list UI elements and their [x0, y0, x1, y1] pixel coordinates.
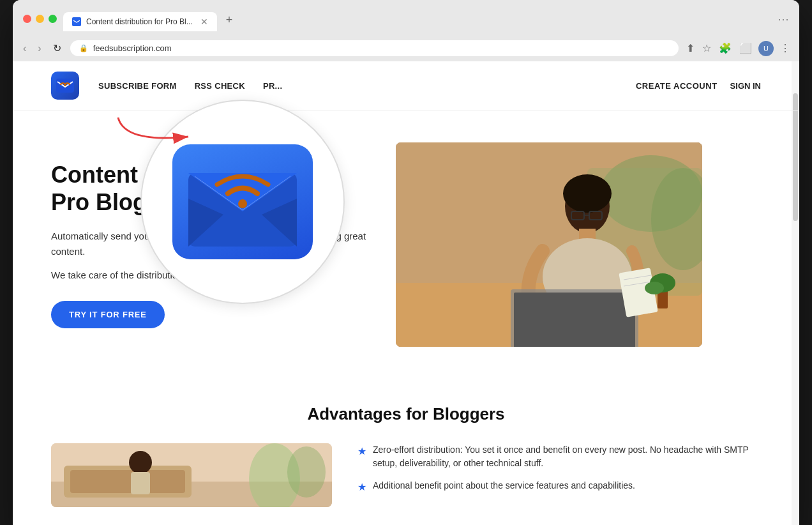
svg-point-25 — [238, 199, 247, 208]
address-bar[interactable]: 🔒 feedsubscription.com — [70, 40, 679, 56]
sidebar-button[interactable]: ⬜ — [738, 41, 753, 56]
advantage-item-1: ★ Zero-effort distribution: You set it o… — [357, 443, 761, 470]
hero-img-bg — [396, 142, 702, 347]
star-icon-2: ★ — [357, 480, 366, 495]
advantages-section: Advantages for Bloggers — [13, 379, 799, 525]
address-text: feedsubscription.com — [93, 43, 172, 53]
advantage-text-1: Zero-effort distribution: You set it onc… — [373, 443, 761, 470]
svg-point-31 — [287, 446, 326, 498]
advantages-image — [51, 443, 332, 507]
more-button[interactable]: ⋮ — [779, 41, 792, 56]
tab-title: Content distribution for Pro Bl... — [86, 17, 193, 26]
browser-window: Content distribution for Pro Bl... ✕ + ⋯… — [13, 0, 799, 525]
star-icon-1: ★ — [357, 444, 366, 470]
hero-right — [396, 142, 702, 347]
advantage-text-2: Additional benefit point about the servi… — [373, 479, 635, 495]
extensions-button[interactable]: 🧩 — [718, 41, 733, 56]
advantages-list: ★ Zero-effort distribution: You set it o… — [357, 443, 761, 504]
advantage-item-2: ★ Additional benefit point about the ser… — [357, 479, 761, 495]
nav-rss-check[interactable]: RSS CHECK — [195, 81, 245, 91]
red-arrow-annotation — [112, 111, 201, 152]
tabs-row: Content distribution for Pro Bl... ✕ + — [63, 9, 239, 31]
site-logo[interactable] — [51, 72, 79, 100]
scrollbar[interactable] — [792, 61, 799, 525]
bookmark-button[interactable]: ☆ — [701, 41, 712, 56]
page-content: SUBSCRIBE FORM RSS CHECK PR... CREATE AC… — [13, 61, 799, 525]
lock-icon: 🔒 — [79, 44, 88, 52]
svg-point-10 — [563, 174, 612, 213]
svg-point-2 — [64, 84, 66, 86]
active-tab[interactable]: Content distribution for Pro Bl... ✕ — [63, 12, 217, 31]
tab-close-icon[interactable]: ✕ — [200, 17, 208, 27]
forward-button[interactable]: › — [35, 42, 43, 56]
browser-menu-icon[interactable]: ⋯ — [778, 12, 789, 26]
svg-rect-29 — [70, 470, 185, 493]
try-free-button[interactable]: TRY IT FOR FREE — [51, 301, 165, 328]
traffic-lights — [23, 15, 57, 23]
user-avatar[interactable]: U — [758, 41, 774, 56]
svg-rect-33 — [131, 472, 150, 494]
new-tab-button[interactable]: + — [220, 9, 239, 31]
scrollbar-thumb[interactable] — [793, 93, 798, 221]
maximize-button[interactable] — [49, 15, 57, 23]
share-button[interactable]: ⬆ — [685, 41, 696, 56]
hero-image — [396, 142, 702, 347]
svg-point-23 — [645, 282, 664, 294]
nav-right: CREATE ACCOUNT SIGN IN — [636, 81, 761, 91]
sign-in-button[interactable]: SIGN IN — [730, 81, 761, 91]
site-nav: SUBSCRIBE FORM RSS CHECK PR... CREATE AC… — [13, 61, 799, 110]
nav-subscribe-form[interactable]: SUBSCRIBE FORM — [98, 81, 177, 91]
close-button[interactable] — [23, 15, 31, 23]
nav-links: SUBSCRIBE FORM RSS CHECK PR... — [98, 81, 636, 91]
big-logo-icon — [172, 144, 313, 259]
address-bar-row: ‹ › ↻ 🔒 feedsubscription.com ⬆ ☆ 🧩 ⬜ U ⋮ — [13, 35, 799, 61]
browser-titlebar: Content distribution for Pro Bl... ✕ + ⋯ — [13, 0, 799, 35]
back-button[interactable]: ‹ — [20, 42, 29, 56]
minimize-button[interactable] — [36, 15, 44, 23]
refresh-button[interactable]: ↻ — [50, 41, 64, 56]
svg-rect-14 — [514, 293, 635, 347]
svg-point-32 — [129, 451, 152, 474]
logo-icon — [51, 72, 79, 100]
nav-pricing[interactable]: PR... — [263, 81, 282, 91]
advantages-grid: ★ Zero-effort distribution: You set it o… — [51, 443, 761, 507]
svg-rect-0 — [73, 19, 80, 24]
tab-favicon — [72, 17, 81, 26]
browser-actions: ⬆ ☆ 🧩 ⬜ U ⋮ — [685, 41, 792, 56]
create-account-button[interactable]: CREATE ACCOUNT — [636, 81, 718, 91]
advantages-title: Advantages for Bloggers — [51, 404, 761, 424]
